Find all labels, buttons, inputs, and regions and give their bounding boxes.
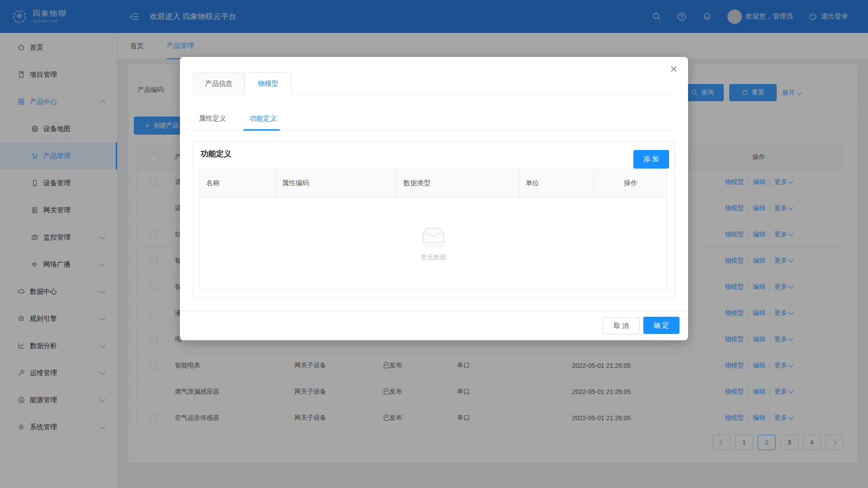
- function-col-header-1: 属性编码: [276, 169, 397, 197]
- empty-state: 暂无数据: [200, 197, 667, 289]
- subtab-attribute-def[interactable]: 属性定义: [199, 114, 226, 123]
- product-modal: × 产品信息 物模型 属性定义 功能定义 功能定义 添 加 名称属性编码数据类型…: [180, 57, 688, 340]
- add-button[interactable]: 添 加: [633, 150, 669, 169]
- function-table: 名称属性编码数据类型单位操作 暂无数据: [199, 169, 667, 290]
- page: 四象物聯 sxlinks.com 欢迎进入 四象物联云平台 欢迎您，管理员: [0, 0, 868, 488]
- function-col-header-2: 数据类型: [397, 169, 519, 197]
- function-col-header-0: 名称: [200, 169, 276, 197]
- function-col-header-3: 单位: [519, 169, 594, 197]
- subtab-function-def[interactable]: 功能定义: [250, 114, 277, 123]
- modal-tab-bar: 产品信息 物模型: [193, 72, 675, 95]
- tab-thing-model[interactable]: 物模型: [245, 72, 292, 95]
- tab-product-info[interactable]: 产品信息: [193, 72, 245, 95]
- modal-subtab-bar: 属性定义 功能定义: [193, 110, 675, 131]
- active-tab-inkbar: [243, 129, 280, 131]
- section-title: 功能定义: [201, 149, 231, 159]
- modal-footer-divider: [180, 311, 688, 311]
- function-table-header: 名称属性编码数据类型单位操作: [200, 169, 667, 197]
- cancel-button[interactable]: 取 消: [603, 317, 640, 334]
- empty-box-icon: [419, 225, 448, 248]
- function-def-panel: 功能定义 添 加 名称属性编码数据类型单位操作 暂无数据: [193, 141, 675, 297]
- function-col-header-4: 操作: [594, 169, 667, 197]
- confirm-button[interactable]: 确 定: [643, 317, 679, 334]
- empty-text: 暂无数据: [421, 253, 446, 262]
